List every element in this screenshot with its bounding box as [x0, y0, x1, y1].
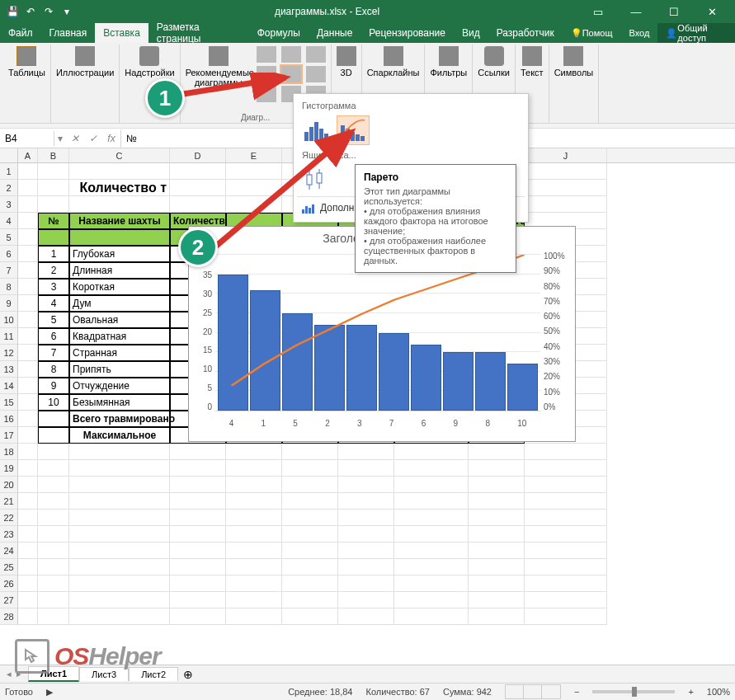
row-header[interactable]: 26	[0, 576, 18, 592]
tab-file[interactable]: Файл	[0, 23, 41, 43]
cell[interactable]	[69, 229, 170, 246]
row-header[interactable]: 7	[0, 262, 18, 279]
cell[interactable]	[170, 493, 226, 510]
cell[interactable]	[394, 608, 469, 625]
cell[interactable]	[38, 526, 69, 543]
cell[interactable]	[226, 592, 282, 608]
qat-customize-icon[interactable]: ▾	[59, 4, 74, 19]
maximize-icon[interactable]: ☐	[656, 0, 692, 23]
cell[interactable]: 8	[38, 361, 69, 378]
cell[interactable]	[18, 510, 38, 526]
cell[interactable]: Овальная	[69, 312, 170, 328]
cell[interactable]	[18, 576, 38, 592]
links-button[interactable]: Ссылки	[478, 46, 510, 78]
share-button[interactable]: 👤 Общий доступ	[657, 23, 735, 43]
cell[interactable]: 2	[38, 262, 69, 279]
redo-icon[interactable]: ↷	[41, 4, 56, 19]
cell[interactable]	[69, 559, 170, 576]
symbols-button[interactable]: Символы	[554, 46, 594, 78]
cell[interactable]	[338, 526, 394, 543]
cell[interactable]	[18, 295, 38, 312]
cell[interactable]	[338, 493, 394, 510]
view-mode-buttons[interactable]	[505, 684, 561, 699]
cell[interactable]	[338, 576, 394, 592]
cell[interactable]	[69, 444, 170, 460]
cell[interactable]	[282, 493, 338, 510]
cell[interactable]: Безымянная	[69, 394, 170, 411]
cell[interactable]	[18, 345, 38, 361]
cell[interactable]	[18, 180, 38, 196]
row-header[interactable]: 6	[0, 246, 18, 262]
cell[interactable]	[469, 493, 525, 510]
cell[interactable]	[69, 576, 170, 592]
chart-line-icon[interactable]	[281, 46, 301, 63]
tab-review[interactable]: Рецензирование	[360, 23, 454, 43]
cell[interactable]	[226, 526, 282, 543]
undo-icon[interactable]: ↶	[23, 4, 38, 19]
cell[interactable]	[394, 444, 469, 460]
cell[interactable]	[170, 510, 226, 526]
cell[interactable]	[38, 576, 69, 592]
row-header[interactable]: 22	[0, 510, 18, 526]
cell[interactable]	[338, 460, 394, 477]
minimize-icon[interactable]: —	[618, 0, 654, 23]
cell[interactable]	[18, 559, 38, 576]
filters-button[interactable]: Фильтры	[430, 46, 467, 78]
cell[interactable]	[170, 543, 226, 559]
cell[interactable]	[18, 394, 38, 411]
help-button[interactable]: 💡 Помощ	[563, 23, 621, 43]
cell[interactable]	[394, 592, 469, 608]
tab-data[interactable]: Данные	[309, 23, 360, 43]
row-header[interactable]: 13	[0, 361, 18, 378]
zoom-out-icon[interactable]: −	[574, 687, 579, 697]
cell[interactable]	[469, 592, 525, 608]
cell[interactable]	[525, 460, 607, 477]
3d-map-button[interactable]: 3D	[337, 46, 356, 78]
cell[interactable]	[69, 493, 170, 510]
cell[interactable]: Количество т	[69, 180, 170, 196]
cell[interactable]	[282, 460, 338, 477]
cell[interactable]	[469, 477, 525, 493]
cell[interactable]: Длинная	[69, 262, 170, 279]
cell[interactable]	[282, 592, 338, 608]
namebox-dropdown-icon[interactable]: ▾	[54, 133, 66, 144]
illustrations-button[interactable]: Иллюстрации	[56, 46, 114, 78]
cell[interactable]	[69, 543, 170, 559]
row-header[interactable]: 11	[0, 328, 18, 345]
cell[interactable]	[394, 493, 469, 510]
cell[interactable]: Максимальное	[69, 427, 170, 444]
cell[interactable]	[394, 510, 469, 526]
cell[interactable]	[525, 592, 607, 608]
cell[interactable]	[18, 163, 38, 180]
cell[interactable]	[69, 163, 170, 180]
row-header[interactable]: 18	[0, 444, 18, 460]
cell[interactable]	[226, 444, 282, 460]
cell[interactable]	[338, 543, 394, 559]
cell[interactable]	[469, 460, 525, 477]
cell[interactable]	[170, 444, 226, 460]
cell[interactable]	[282, 526, 338, 543]
cell[interactable]	[525, 180, 607, 196]
close-icon[interactable]: ✕	[694, 0, 730, 23]
cell[interactable]	[394, 460, 469, 477]
row-header[interactable]: 12	[0, 345, 18, 361]
chart-plot-area[interactable]	[215, 255, 540, 411]
cell[interactable]	[469, 444, 525, 460]
cell[interactable]	[38, 460, 69, 477]
cell[interactable]	[226, 608, 282, 625]
cell[interactable]	[170, 460, 226, 477]
row-header[interactable]: 2	[0, 180, 18, 196]
cell[interactable]	[394, 543, 469, 559]
cell[interactable]	[226, 493, 282, 510]
cell[interactable]	[38, 444, 69, 460]
cell[interactable]	[18, 246, 38, 262]
tab-developer[interactable]: Разработчик	[488, 23, 563, 43]
cell[interactable]	[18, 526, 38, 543]
cell[interactable]	[18, 312, 38, 328]
cell[interactable]	[38, 608, 69, 625]
cell[interactable]	[282, 608, 338, 625]
tab-insert[interactable]: Вставка	[95, 23, 148, 43]
cell[interactable]	[38, 493, 69, 510]
col-J[interactable]: J	[525, 148, 607, 162]
tab-home[interactable]: Главная	[41, 23, 96, 43]
